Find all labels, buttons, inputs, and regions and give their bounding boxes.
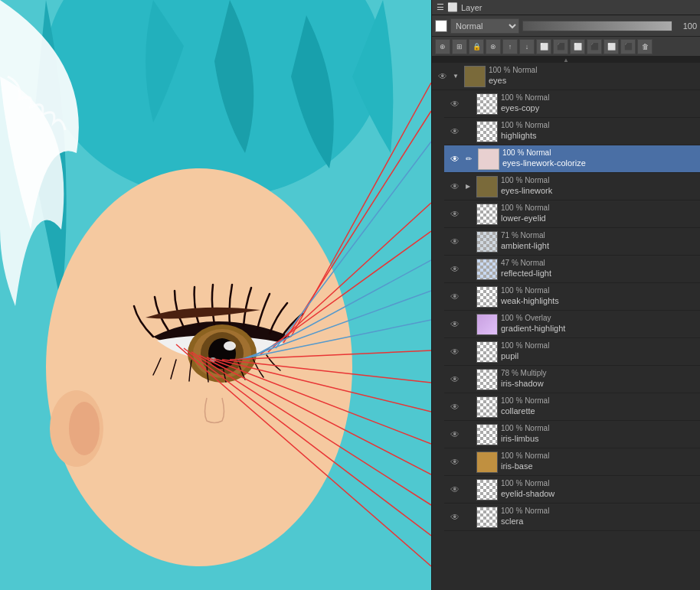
- layer-name-ambient-light: ambient-light: [501, 240, 697, 251]
- layer-info-eyes-copy: 100 % Normal eyes-copy: [501, 93, 697, 113]
- btn9[interactable]: ⬜: [570, 39, 585, 54]
- layer-name-reflected-light: reflected-light: [501, 268, 697, 279]
- layer-name-eyes: eyes: [489, 75, 697, 86]
- btn12[interactable]: ⬛: [620, 39, 636, 54]
- layer-thumb-iris-limbus: [476, 424, 498, 445]
- opacity-slider[interactable]: [522, 21, 672, 31]
- layer-item-weak-highlights[interactable]: 👁 100 % Normal weak-highlights: [444, 283, 700, 311]
- eye-icon-weak-highlights[interactable]: 👁: [447, 289, 463, 305]
- layer-item-iris-base[interactable]: 👁 100 % Normal iris-base: [444, 448, 700, 476]
- eye-icon-lower-eyelid[interactable]: 👁: [447, 207, 463, 222]
- layer-item-iris-shadow[interactable]: 👁 78 % Multiply iris-shadow: [444, 366, 700, 393]
- layer-item-eyelid-shadow[interactable]: 👁 100 % Normal eyelid-shadow: [444, 476, 700, 504]
- layer-info-pupil: 100 % Normal pupil: [501, 341, 697, 361]
- new-layer-btn[interactable]: ⊕: [435, 39, 450, 54]
- layer-info-collarette: 100 % Normal collarette: [501, 396, 697, 416]
- right-panel: ☰ ⬜ Layer Normal Multiply Overlay Screen…: [431, 0, 700, 590]
- eye-icon-pupil[interactable]: 👁: [447, 344, 463, 360]
- layer-item-gradient-highlight[interactable]: 👁 100 % Overlay gradient-highlight: [444, 311, 700, 338]
- layer-thumb-gradient-highlight: [476, 314, 498, 335]
- layer-info-ambient-light: 71 % Normal ambient-light: [501, 231, 697, 251]
- layer-item-highlights[interactable]: 👁 100 % Normal highlights: [444, 118, 700, 145]
- delete-layer-btn[interactable]: 🗑: [637, 39, 653, 54]
- layer-item-eyes[interactable]: 👁 ▼ 100 % Normal eyes: [432, 63, 700, 90]
- lock-btn[interactable]: 🔒: [469, 39, 484, 54]
- eye-icon-collarette[interactable]: 👁: [447, 399, 463, 415]
- layer-item-eyes-linework[interactable]: 👁 ▶ 100 % Normal eyes-linework: [444, 173, 700, 200]
- layer-visibility-checkbox[interactable]: [435, 20, 447, 32]
- layer-name-gradient-highlight: gradient-highlight: [501, 323, 697, 334]
- panel-title: ☰ ⬜ Layer: [437, 2, 482, 12]
- btn8[interactable]: ⬛: [553, 39, 568, 54]
- panel-title-label: Layer: [461, 3, 482, 12]
- layer-item-lower-eyelid[interactable]: 👁 100 % Normal lower-eyelid: [444, 200, 700, 228]
- btn10[interactable]: ⬛: [587, 39, 602, 54]
- layer-name-eyes-copy: eyes-copy: [501, 103, 697, 113]
- layer-info-eyelid-shadow: 100 % Normal eyelid-shadow: [501, 479, 697, 499]
- move-up-btn[interactable]: ↑: [502, 39, 518, 54]
- eye-icon-gradient-highlight[interactable]: 👁: [447, 317, 463, 332]
- layer-thumb-collarette: [476, 396, 498, 418]
- eye-icon-eyes-linework-colorize[interactable]: 👁: [447, 152, 463, 167]
- move-down-btn[interactable]: ↓: [519, 39, 535, 54]
- layer-item-pupil[interactable]: 👁 100 % Normal pupil: [444, 338, 700, 366]
- btn7[interactable]: ⬜: [536, 39, 551, 54]
- layer-blend-lower-eyelid: 100 % Normal: [501, 204, 697, 213]
- eye-icon-iris-shadow[interactable]: 👁: [447, 372, 463, 387]
- folder-arrow-eyes[interactable]: ▼: [450, 73, 461, 80]
- layer-item-reflected-light[interactable]: 👁 47 % Normal reflected-light: [444, 256, 700, 283]
- blend-mode-select[interactable]: Normal Multiply Overlay Screen: [450, 18, 519, 34]
- layer-info-weak-highlights: 100 % Normal weak-highlights: [501, 286, 697, 306]
- layer-thumb-eyes-linework: [476, 176, 498, 197]
- eye-icon-eyes-copy[interactable]: 👁: [447, 96, 463, 112]
- eye-icon-highlights[interactable]: 👁: [447, 124, 463, 139]
- layer-blend-weak-highlights: 100 % Normal: [501, 286, 697, 295]
- layer-thumb-iris-base: [476, 451, 498, 473]
- layer-blend-pupil: 100 % Normal: [501, 341, 697, 350]
- eye-icon-ambient-light[interactable]: 👁: [447, 234, 463, 249]
- copy-layer-btn[interactable]: ⊞: [452, 39, 467, 54]
- eye-icon-iris-base[interactable]: 👁: [447, 455, 463, 470]
- layer-name-collarette: collarette: [501, 406, 697, 416]
- blend-row: Normal Multiply Overlay Screen 100: [432, 15, 700, 37]
- eye-icon-eyelid-shadow[interactable]: 👁: [447, 482, 463, 497]
- eye-icon-reflected-light[interactable]: 👁: [447, 262, 463, 277]
- opacity-value: 100: [675, 21, 697, 31]
- merge-btn[interactable]: ⊗: [486, 39, 501, 54]
- layer-blend-eyes-copy: 100 % Normal: [501, 93, 697, 103]
- layer-info-iris-shadow: 78 % Multiply iris-shadow: [501, 369, 697, 389]
- layer-name-highlights: highlights: [501, 130, 697, 141]
- eye-icon-iris-limbus[interactable]: 👁: [447, 427, 463, 442]
- layer-name-iris-shadow: iris-shadow: [501, 378, 697, 389]
- eye-icon-sclera[interactable]: 👁: [447, 510, 463, 525]
- layer-item-sclera[interactable]: 👁 100 % Normal sclera: [444, 504, 700, 531]
- menu-icon[interactable]: ☰: [437, 2, 444, 12]
- layer-thumb-sclera: [476, 507, 498, 528]
- canvas-area[interactable]: [0, 0, 431, 590]
- layer-info-reflected-light: 47 % Normal reflected-light: [501, 259, 697, 279]
- eye-icon-eyes-linework[interactable]: 👁: [447, 179, 463, 194]
- layer-thumb-weak-highlights: [476, 286, 498, 308]
- layer-list[interactable]: ▲ 👁 ▼ 100 % Normal eyes 👁 100 % Normal e…: [432, 57, 700, 590]
- layer-name-lower-eyelid: lower-eyelid: [501, 213, 697, 223]
- layer-item-eyes-linework-colorize[interactable]: 👁 ✏ 100 % Normal eyes-linework-colorize: [444, 145, 700, 173]
- layer-blend-eyelid-shadow: 100 % Normal: [501, 479, 697, 488]
- layer-item-iris-limbus[interactable]: 👁 100 % Normal iris-limbus: [444, 421, 700, 448]
- layer-info-eyes: 100 % Normal eyes: [489, 66, 697, 86]
- layer-name-sclera: sclera: [501, 516, 697, 526]
- layer-item-ambient-light[interactable]: 👁 71 % Normal ambient-light: [444, 228, 700, 256]
- layer-item-collarette[interactable]: 👁 100 % Normal collarette: [444, 393, 700, 421]
- layer-info-highlights: 100 % Normal highlights: [501, 121, 697, 141]
- layer-name-weak-highlights: weak-highlights: [501, 295, 697, 306]
- eye-icon-eyes[interactable]: 👁: [435, 69, 450, 84]
- layer-blend-iris-limbus: 100 % Normal: [501, 424, 697, 433]
- edit-icon-eyes-linework-colorize: ✏: [463, 153, 475, 165]
- layer-blend-gradient-highlight: 100 % Overlay: [501, 314, 697, 323]
- folder-arrow-eyes-linework[interactable]: ▶: [463, 183, 473, 190]
- layer-blend-reflected-light: 47 % Normal: [501, 259, 697, 268]
- btn11[interactable]: ⬜: [604, 39, 619, 54]
- layer-icon: ⬜: [447, 2, 458, 12]
- layer-name-pupil: pupil: [501, 350, 697, 361]
- layer-thumb-pupil: [476, 341, 498, 363]
- layer-item-eyes-copy[interactable]: 👁 100 % Normal eyes-copy: [444, 90, 700, 118]
